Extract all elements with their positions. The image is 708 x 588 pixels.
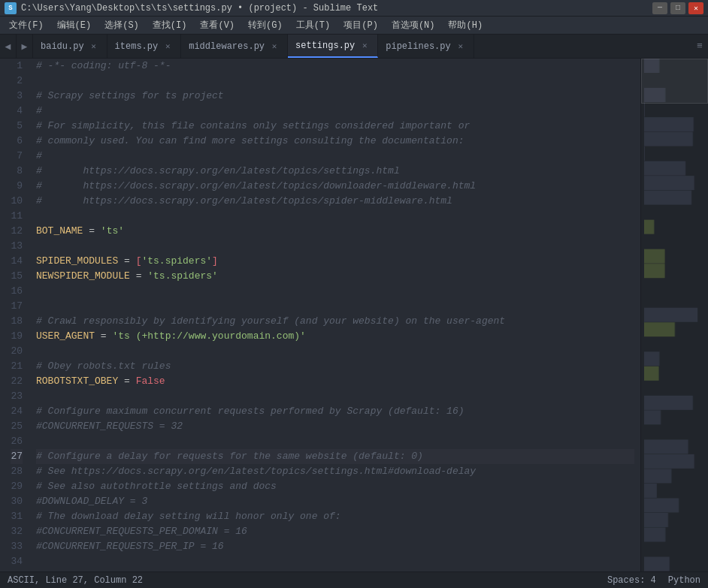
title-bar: S C:\Users\Yang\Desktop\ts\ts\settings.p… [0,0,708,17]
tab-items[interactable]: items.py ✕ [107,35,182,58]
code-line-20[interactable] [36,344,634,359]
close-button[interactable]: ✕ [688,2,703,14]
code-line-12[interactable]: BOT_NAME = 'ts' [36,224,634,239]
code-editor[interactable]: # -*- coding: utf-8 -*- # Scrapy setting… [30,59,640,571]
code-line-9[interactable]: # https://docs.scrapy.org/en/latest/topi… [36,179,634,194]
line-number-4: 4 [11,104,23,119]
code-line-8[interactable]: # https://docs.scrapy.org/en/latest/topi… [36,164,634,179]
code-line-25[interactable]: #CONCURRENT_REQUESTS = 32 [36,419,634,434]
code-line-23[interactable] [36,389,634,404]
tab-middlewares-close[interactable]: ✕ [269,41,280,52]
menu-find[interactable]: 查找(I) [147,17,193,33]
window-title: C:\Users\Yang\Desktop\ts\ts\settings.py … [21,3,378,14]
menu-view[interactable]: 查看(V) [194,17,241,33]
line-number-33: 33 [11,539,23,554]
code-line-17[interactable] [36,299,634,314]
code-line-11[interactable] [36,209,634,224]
line-numbers: 1234567891011121314151617181920212223242… [0,59,30,571]
code-line-4[interactable]: # [36,104,634,119]
code-line-30[interactable]: #DOWNLOAD_DELAY = 3 [36,494,634,509]
tab-baidu-close[interactable]: ✕ [89,41,99,52]
code-line-16[interactable] [36,284,634,299]
tab-bar: ◀ ▶ baidu.py ✕ items.py ✕ middlewares.py… [0,35,708,59]
line-number-10: 10 [11,194,23,209]
tab-prev-button[interactable]: ◀ [0,35,17,58]
code-line-15[interactable]: NEWSPIDER_MODULE = 'ts.spiders' [36,269,634,284]
menu-project[interactable]: 项目(P) [337,17,384,33]
status-spaces[interactable]: Spaces: 4 [607,575,656,586]
tab-settings-close[interactable]: ✕ [359,41,370,51]
line-number-6: 6 [11,134,23,149]
code-line-21[interactable]: # Obey robots.txt rules [36,359,634,374]
menu-file[interactable]: 文件(F) [3,17,50,33]
maximize-button[interactable]: □ [670,2,685,14]
menu-bar: 文件(F) 编辑(E) 选择(S) 查找(I) 查看(V) 转到(G) 工具(T… [0,17,708,35]
code-line-7[interactable]: # [36,149,634,164]
tab-pipelines[interactable]: pipelines.py ✕ [378,35,474,58]
code-line-24[interactable]: # Configure maximum concurrent requests … [36,404,634,419]
menu-goto[interactable]: 转到(G) [242,17,289,33]
line-number-16: 16 [11,284,23,299]
code-line-2[interactable] [36,74,634,89]
line-number-24: 24 [11,404,23,419]
tab-menu-button[interactable]: ≡ [691,35,708,58]
menu-preferences[interactable]: 首选项(N) [386,17,441,33]
code-line-26[interactable] [36,434,634,449]
line-number-27: 27 [11,449,23,464]
line-number-20: 20 [11,344,23,359]
app-icon: S [5,2,17,14]
code-line-32[interactable]: #CONCURRENT_REQUESTS_PER_DOMAIN = 16 [36,524,634,539]
menu-tools[interactable]: 工具(T) [290,17,337,33]
line-number-8: 8 [11,164,23,179]
menu-select[interactable]: 选择(S) [98,17,145,33]
code-line-33[interactable]: #CONCURRENT_REQUESTS_PER_IP = 16 [36,539,634,554]
status-position: ASCII, Line 27, Column 22 [8,575,143,586]
code-line-6[interactable]: # commonly used. You can find more setti… [36,134,634,149]
code-line-19[interactable]: USER_AGENT = 'ts (+http://www.yourdomain… [36,329,634,344]
tab-items-close[interactable]: ✕ [162,41,173,52]
code-line-5[interactable]: # For simplicity, this file contains onl… [36,119,634,134]
main-area: 1234567891011121314151617181920212223242… [0,59,708,571]
menu-edit[interactable]: 编辑(E) [51,17,98,33]
line-number-21: 21 [11,359,23,374]
line-number-13: 13 [11,239,23,254]
line-number-34: 34 [11,554,23,569]
code-line-34[interactable] [36,554,634,569]
code-line-31[interactable]: # The download delay setting will honor … [36,509,634,524]
line-number-30: 30 [11,494,23,509]
code-line-14[interactable]: SPIDER_MODULES = ['ts.spiders'] [36,254,634,269]
tab-middlewares[interactable]: middlewares.py ✕ [181,35,288,58]
line-number-28: 28 [11,464,23,479]
editor-area: 1234567891011121314151617181920212223242… [0,59,640,571]
code-line-27[interactable]: # Configure a delay for requests for the… [36,449,634,464]
tab-next-button[interactable]: ▶ [17,35,33,58]
line-number-17: 17 [11,299,23,314]
line-number-29: 29 [11,479,23,494]
minimap-viewport[interactable] [641,59,708,104]
minimap[interactable] [640,59,708,571]
minimize-button[interactable]: ─ [652,2,667,14]
code-line-13[interactable] [36,239,634,254]
line-number-2: 2 [11,74,23,89]
code-line-22[interactable]: ROBOTSTXT_OBEY = False [36,374,634,389]
tab-pipelines-close[interactable]: ✕ [455,41,466,52]
tab-middlewares-label: middlewares.py [189,41,265,52]
line-number-32: 32 [11,524,23,539]
line-number-31: 31 [11,509,23,524]
tab-baidu[interactable]: baidu.py ✕ [33,35,107,58]
code-line-3[interactable]: # Scrapy settings for ts project [36,89,634,104]
line-number-11: 11 [11,209,23,224]
code-line-1[interactable]: # -*- coding: utf-8 -*- [36,59,634,74]
tab-settings[interactable]: settings.py ✕ [288,35,378,58]
menu-help[interactable]: 帮助(H) [442,17,489,33]
status-language[interactable]: Python [668,575,700,586]
code-line-10[interactable]: # https://docs.scrapy.org/en/latest/topi… [36,194,634,209]
line-number-7: 7 [11,149,23,164]
line-number-5: 5 [11,119,23,134]
minimap-canvas [641,59,708,571]
code-line-29[interactable]: # See also autothrottle settings and doc… [36,479,634,494]
code-line-28[interactable]: # See https://docs.scrapy.org/en/latest/… [36,464,634,479]
line-number-23: 23 [11,389,23,404]
code-line-18[interactable]: # Crawl responsibly by identifying yours… [36,314,634,329]
line-number-26: 26 [11,434,23,449]
